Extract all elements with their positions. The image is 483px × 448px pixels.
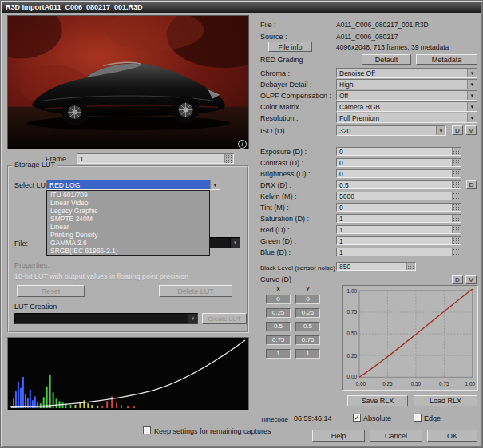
select-lut-combo[interactable]: RED LOG ▼ xyxy=(46,180,220,190)
drag-handle-icon[interactable] xyxy=(452,215,461,222)
lut-option[interactable]: ITU 601/709 xyxy=(47,191,209,199)
curve-y2-field[interactable]: 0.5 xyxy=(295,322,320,331)
contrast-slider[interactable]: 0 xyxy=(336,158,461,167)
curve-x-header: X xyxy=(266,285,291,294)
olpf-combo[interactable]: Off ▼ xyxy=(336,90,477,101)
chevron-down-icon[interactable]: ▼ xyxy=(188,314,197,323)
drag-handle-icon[interactable] xyxy=(452,181,461,188)
curve-plot[interactable]: 1.00 0.75 0.50 0.25 0.00 0.00 0.25 0.50 … xyxy=(342,285,478,391)
info-icon[interactable]: i xyxy=(238,140,247,149)
chevron-down-icon[interactable]: ▼ xyxy=(467,69,477,77)
saturation-slider[interactable]: 1 xyxy=(336,214,461,223)
help-button[interactable]: Help xyxy=(312,430,365,442)
resolution-combo[interactable]: Full Premium ▼ xyxy=(336,113,477,123)
iso-combo[interactable]: 320 ▼ xyxy=(336,125,446,136)
iso-d-button[interactable]: D xyxy=(452,125,463,135)
create-lut-button[interactable]: Create LUT xyxy=(202,313,247,324)
file-info-button[interactable]: File info xyxy=(268,42,312,52)
y-tick: 0.75 xyxy=(347,309,358,315)
chroma-combo[interactable]: Denoise Off ▼ xyxy=(336,68,477,78)
olpf-label: OLPF Compensation : xyxy=(260,92,331,101)
chevron-down-icon[interactable]: ▼ xyxy=(467,80,477,89)
timecode-label: Timecode xyxy=(260,415,288,424)
chevron-down-icon[interactable]: ▼ xyxy=(210,180,220,189)
drag-handle-icon[interactable] xyxy=(406,263,415,270)
exposure-slider[interactable]: 0 xyxy=(336,147,461,156)
curve-x4-field[interactable]: 1 xyxy=(266,349,291,359)
black-level-field[interactable]: 850 xyxy=(336,262,416,271)
color-matrix-value: Camera RGB xyxy=(337,102,467,111)
keep-settings-checkbox[interactable] xyxy=(143,426,151,434)
blue-slider[interactable]: 1 xyxy=(336,248,461,256)
drag-handle-icon[interactable] xyxy=(452,192,461,200)
frame-slider[interactable]: 1 xyxy=(77,153,234,164)
window-title: R3D ImportA011_C006_080217_001.R3D xyxy=(6,3,143,11)
file-info-label: File : xyxy=(260,21,276,30)
black-level-label: Black Level (sensor noise) xyxy=(260,264,335,272)
title-bar[interactable]: R3D ImportA011_C006_080217_001.R3D xyxy=(2,2,481,13)
iso-value: 320 xyxy=(337,126,436,135)
iso-m-button[interactable]: M xyxy=(465,125,477,135)
lut-option[interactable]: Legacy Graphic xyxy=(47,207,209,215)
brightness-slider[interactable]: 0 xyxy=(336,169,461,178)
absolute-checkbox[interactable]: ✓ xyxy=(353,414,361,422)
blue-label: Blue (D) : xyxy=(260,248,291,257)
saturation-label: Saturation (D) : xyxy=(260,215,309,224)
curve-x3-field[interactable]: 0.75 xyxy=(266,335,291,345)
contrast-label: Contrast (D) : xyxy=(260,159,303,168)
curve-x2-field[interactable]: 0.5 xyxy=(266,322,291,331)
lut-option[interactable]: SRGB(IEC 61966-2.1) xyxy=(47,247,209,255)
drx-slider[interactable]: 0.5 xyxy=(336,180,461,189)
edge-checkbox[interactable] xyxy=(414,414,422,422)
tint-slider[interactable]: 0 xyxy=(336,203,461,212)
chevron-down-icon[interactable]: ▼ xyxy=(436,126,445,135)
load-rlx-button[interactable]: Load RLX xyxy=(414,395,477,406)
drag-handle-icon[interactable] xyxy=(452,204,461,211)
drag-handle-icon[interactable] xyxy=(452,226,461,233)
keep-settings-label: Keep settings for remaining captures xyxy=(154,427,271,436)
default-button[interactable]: Default xyxy=(362,54,411,65)
histogram-art xyxy=(8,338,248,410)
lut-option[interactable]: Linear Video xyxy=(47,199,209,207)
ok-button[interactable]: OK xyxy=(427,430,477,442)
lut-option[interactable]: Printing Density xyxy=(47,231,209,239)
cancel-button[interactable]: Cancel xyxy=(370,430,422,442)
y-tick: 0.25 xyxy=(347,353,358,359)
lut-option[interactable]: SMPTE 240M xyxy=(47,215,209,223)
chevron-down-icon[interactable]: ▼ xyxy=(467,113,477,122)
drag-handle-icon[interactable] xyxy=(452,248,461,256)
green-slider[interactable]: 1 xyxy=(336,236,461,245)
metadata-button[interactable]: Metadata xyxy=(416,54,477,65)
chevron-down-icon[interactable]: ▼ xyxy=(467,91,477,100)
drag-handle-icon[interactable] xyxy=(452,170,461,177)
frame-drag-handle-icon[interactable] xyxy=(224,154,233,163)
drx-d-button[interactable]: D xyxy=(466,180,477,189)
chroma-label: Chroma : xyxy=(260,69,290,78)
lut-option[interactable]: Linear xyxy=(47,223,209,231)
curve-m-button[interactable]: M xyxy=(465,275,477,284)
debayer-combo[interactable]: High ▼ xyxy=(336,79,477,89)
curve-x1-field[interactable]: 0.25 xyxy=(266,308,291,318)
red-label: Red (D) : xyxy=(260,226,290,235)
kelvin-slider[interactable]: 5600 xyxy=(336,192,461,200)
drag-handle-icon[interactable] xyxy=(452,237,461,244)
chevron-down-icon[interactable]: ▼ xyxy=(467,102,477,111)
reset-button[interactable]: Reset xyxy=(17,285,85,297)
curve-y0-field[interactable]: 0 xyxy=(295,295,320,304)
curve-y3-field[interactable]: 0.75 xyxy=(295,335,320,345)
drx-value: 0.5 xyxy=(337,181,452,188)
color-matrix-combo[interactable]: Camera RGB ▼ xyxy=(336,101,477,112)
curve-y4-field[interactable]: 1 xyxy=(295,349,320,359)
drag-handle-icon[interactable] xyxy=(452,148,461,155)
curve-x0-field[interactable]: 0 xyxy=(266,295,291,304)
chevron-down-icon[interactable]: ▼ xyxy=(230,238,240,248)
exposure-value: 0 xyxy=(337,148,452,155)
drag-handle-icon[interactable] xyxy=(452,159,461,166)
lut-option[interactable]: GAMMA 2.6 xyxy=(47,239,209,247)
lut-creation-combo[interactable]: ▼ xyxy=(14,313,198,324)
curve-d-button[interactable]: D xyxy=(452,275,463,284)
delete-lut-button[interactable]: Delete LUT xyxy=(159,285,232,297)
red-slider[interactable]: 1 xyxy=(336,225,461,234)
curve-y1-field[interactable]: 0.25 xyxy=(295,308,320,318)
save-rlx-button[interactable]: Save RLX xyxy=(347,395,408,406)
